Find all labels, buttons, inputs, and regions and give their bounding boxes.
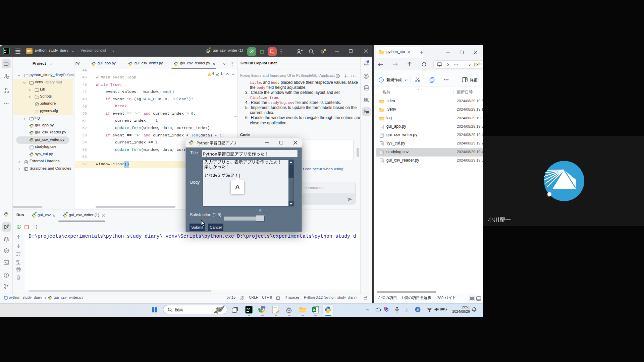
svg-text:1: 1 bbox=[385, 307, 386, 309]
svg-text:2: 2 bbox=[273, 51, 274, 55]
svg-text:PC: PC bbox=[4, 49, 8, 52]
svg-text:?: ? bbox=[7, 76, 8, 78]
svg-text:PC: PC bbox=[247, 308, 250, 311]
